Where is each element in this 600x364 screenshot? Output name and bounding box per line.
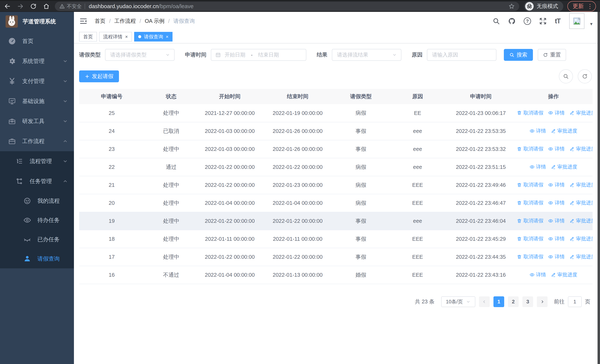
reload-icon[interactable] xyxy=(30,3,37,10)
action-cancel-link[interactable]: 取消请假 xyxy=(517,235,543,242)
create-leave-button[interactable]: 发起请假 xyxy=(79,70,119,82)
sidebar-item-todo-tasks[interactable]: 待办任务 xyxy=(0,211,74,230)
sidebar-item-leave-query[interactable]: 请假查询 xyxy=(0,249,74,268)
reason-input[interactable] xyxy=(427,49,497,61)
action-detail-link[interactable]: 详情 xyxy=(548,181,565,188)
browser-menu-button[interactable]: 更新 ⋮ xyxy=(567,1,596,11)
fullscreen-icon[interactable] xyxy=(539,18,547,25)
action-detail-link[interactable]: 详情 xyxy=(548,253,565,260)
sidebar-item-process-mgmt[interactable]: 流程管理 xyxy=(0,151,74,171)
action-progress-link[interactable]: 审批进度 xyxy=(551,128,577,134)
action-detail-link[interactable]: 详情 xyxy=(548,235,565,242)
toggle-search-button[interactable] xyxy=(559,69,573,84)
cell-apply-time: 2022-01-22 23:49:46 xyxy=(447,176,514,194)
action-cancel-link[interactable]: 取消请假 xyxy=(517,110,543,116)
table-row[interactable]: 23 处理中 2022-01-03 00:00:00 2022-01-26 00… xyxy=(79,140,593,158)
breadcrumb-workflow[interactable]: 工作流程 xyxy=(114,18,136,25)
page-size-select[interactable]: 10条/页 xyxy=(441,296,475,307)
reset-button[interactable]: 重置 xyxy=(538,49,566,61)
search-icon[interactable] xyxy=(493,18,500,25)
sidebar-item-infra[interactable]: 基础设施 xyxy=(0,91,74,111)
sidebar-item-devtools[interactable]: 研发工具 xyxy=(0,111,74,131)
apply-time-range-picker[interactable]: 开始日期 - 结束日期 xyxy=(211,49,306,61)
prev-page-button[interactable] xyxy=(479,296,490,307)
cell-apply-time: 2022-01-23 00:06:17 xyxy=(447,104,514,122)
action-progress-link[interactable]: 审批进度 xyxy=(569,253,593,260)
kebab-menu-icon[interactable]: ⋮ xyxy=(587,3,593,9)
table-row[interactable]: 20 处理中 2022-01-04 00:00:00 2022-01-04 00… xyxy=(79,194,593,212)
action-detail-link[interactable]: 详情 xyxy=(548,110,565,116)
scrollbar[interactable] xyxy=(598,12,600,364)
table-row[interactable]: 24 已取消 2022-01-03 00:00:00 2022-01-26 00… xyxy=(79,122,593,140)
sidebar-item-done-tasks[interactable]: 已办任务 xyxy=(0,230,74,249)
home-icon[interactable] xyxy=(43,3,50,10)
leave-type-select[interactable]: 请选择请假类型 xyxy=(105,49,175,61)
app-logo[interactable]: 芋道管理系统 xyxy=(0,12,74,31)
page-button-1[interactable]: 1 xyxy=(493,296,504,307)
action-progress-link[interactable]: 审批进度 xyxy=(569,199,593,206)
sidebar-item-system[interactable]: 系统管理 xyxy=(0,51,74,71)
action-cancel-link[interactable]: 取消请假 xyxy=(517,181,543,188)
action-detail-link[interactable]: 详情 xyxy=(548,199,565,206)
chevron-right-icon xyxy=(540,299,544,304)
sidebar-item-my-process[interactable]: 我的流程 xyxy=(0,191,74,211)
action-progress-link[interactable]: 审批进度 xyxy=(569,181,593,188)
help-icon[interactable]: ? xyxy=(524,18,531,25)
avatar[interactable] xyxy=(569,13,584,29)
table-row[interactable]: 17 处理中 2022-01-22 00:00:00 2022-01-22 00… xyxy=(79,248,593,266)
action-detail-link[interactable]: 详情 xyxy=(530,128,546,134)
table-row[interactable]: 22 通过 2022-01-22 00:00:00 2022-01-22 00:… xyxy=(79,158,593,176)
search-button[interactable]: 搜索 xyxy=(504,49,533,61)
table-row[interactable]: 19 处理中 2022-01-22 00:00:00 2022-01-22 00… xyxy=(79,212,593,230)
table-row[interactable]: 21 处理中 2022-01-22 00:00:00 2022-01-23 00… xyxy=(79,176,593,194)
forward-icon[interactable] xyxy=(17,3,24,10)
close-icon[interactable]: × xyxy=(166,34,169,40)
action-progress-link[interactable]: 审批进度 xyxy=(569,235,593,242)
next-page-button[interactable] xyxy=(537,296,548,307)
caret-down-icon[interactable]: ▼ xyxy=(589,22,593,27)
table-row[interactable]: 25 处理中 2021-12-27 00:00:00 2022-01-19 00… xyxy=(79,104,593,122)
security-label[interactable]: 不安全 xyxy=(67,3,82,10)
page-url[interactable]: dashboard.yudao.iocoder.cn/bpm/oa/leave xyxy=(89,3,193,9)
breadcrumb-home[interactable]: 首页 xyxy=(95,18,105,25)
action-progress-link[interactable]: 审批进度 xyxy=(569,110,593,116)
close-icon[interactable]: × xyxy=(125,34,128,40)
action-cancel-link[interactable]: 取消请假 xyxy=(517,253,543,260)
refresh-table-button[interactable] xyxy=(578,69,592,84)
action-cancel-link[interactable]: 取消请假 xyxy=(517,217,543,224)
action-cancel-link[interactable]: 取消请假 xyxy=(517,146,543,152)
tab-home[interactable]: 首页 xyxy=(79,32,97,42)
sidebar-item-workflow[interactable]: 工作流程 xyxy=(0,131,74,151)
table-row[interactable]: 16 不通过 2022-01-04 00:00:00 2022-01-13 00… xyxy=(79,266,593,284)
sidebar-item-task-mgmt[interactable]: 任务管理 xyxy=(0,171,74,191)
page-button-3[interactable]: 3 xyxy=(522,296,533,307)
action-detail-link[interactable]: 详情 xyxy=(548,146,565,152)
action-detail-link[interactable]: 详情 xyxy=(530,163,546,170)
sidebar-toggle-icon[interactable] xyxy=(79,17,87,25)
action-progress-link[interactable]: 审批进度 xyxy=(569,217,593,224)
tab-process-detail[interactable]: 流程详情 × xyxy=(99,32,132,42)
action-detail-link[interactable]: 详情 xyxy=(530,271,546,278)
table-row[interactable]: 18 处理中 2022-01-11 00:00:00 2022-01-11 00… xyxy=(79,230,593,248)
bookmark-star-icon[interactable] xyxy=(508,3,515,9)
action-detail-link[interactable]: 详情 xyxy=(548,217,565,224)
action-cancel-link[interactable]: 取消请假 xyxy=(517,199,543,206)
sidebar-item-home[interactable]: 首页 xyxy=(0,31,74,51)
action-progress-link[interactable]: 审批进度 xyxy=(551,163,577,170)
tab-leave-query[interactable]: 请假查询 × xyxy=(134,32,172,42)
action-progress-link[interactable]: 审批进度 xyxy=(569,146,593,152)
not-secure-warning-icon[interactable] xyxy=(59,3,65,9)
goto-page-input[interactable] xyxy=(568,296,582,307)
breadcrumb-oa-example[interactable]: OA 示例 xyxy=(145,18,164,25)
github-icon[interactable] xyxy=(508,18,516,25)
back-icon[interactable] xyxy=(4,3,11,10)
cell-actions: 取消请假详情审批进度 xyxy=(514,230,593,248)
page-button-2[interactable]: 2 xyxy=(508,296,519,307)
update-label[interactable]: 更新 xyxy=(572,2,584,10)
result-select[interactable]: 请选择流结果 xyxy=(332,49,401,61)
font-size-icon[interactable]: tT xyxy=(555,17,560,25)
delete-icon xyxy=(517,218,522,223)
address-bar[interactable]: 不安全 dashboard.yudao.iocoder.cn/bpm/oa/le… xyxy=(55,2,519,11)
sidebar-item-payment[interactable]: 支付管理 xyxy=(0,71,74,91)
action-progress-link[interactable]: 审批进度 xyxy=(551,271,577,278)
